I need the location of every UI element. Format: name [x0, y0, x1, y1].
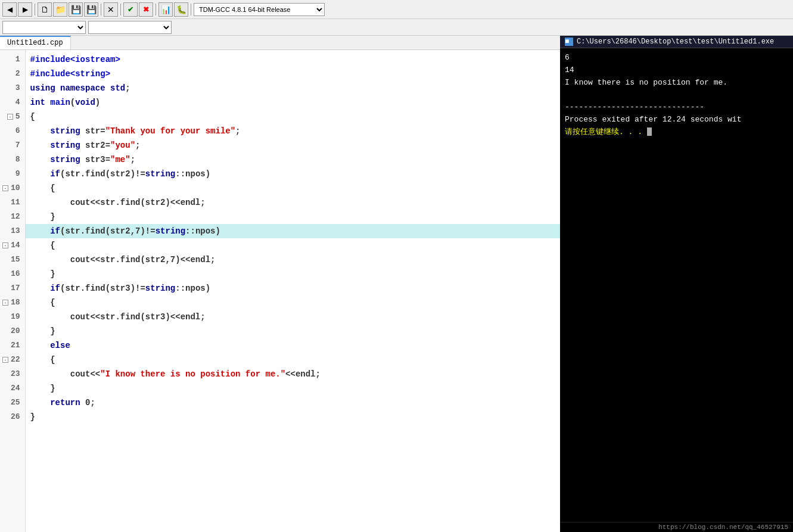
fold-btn-10[interactable]: -: [2, 185, 8, 191]
code-line-3: using namespace std;: [26, 81, 560, 95]
code-line-17: if(str.find(str3)!=string::npos): [26, 281, 560, 295]
fold-btn-18[interactable]: -: [2, 300, 8, 306]
terminal-cursor: [647, 127, 652, 136]
code-line-14: {: [26, 238, 560, 253]
run-chart-button[interactable]: 📊: [158, 2, 173, 17]
secondary-toolbar: [0, 19, 793, 36]
ln-16: 16: [2, 267, 20, 281]
terminal-icon: ■: [565, 38, 573, 46]
terminal-line-14: 14: [565, 64, 788, 77]
ln-23: 23: [2, 367, 20, 381]
ln-13: 13: [2, 224, 20, 238]
code-line-21: else: [26, 338, 560, 353]
code-line-7: string str2="you";: [26, 138, 560, 153]
code-area: 1 2 3 4 -5 6 7 8 9 -10 11 12 13 -14 15 1…: [0, 50, 560, 532]
terminal-panel: ■ C:\Users\26846\Desktop\test\test\Untit…: [560, 36, 793, 532]
code-line-25: return 0;: [26, 396, 560, 410]
nav-forward-button[interactable]: ▶: [18, 2, 32, 17]
ln-19: 19: [2, 310, 20, 324]
code-line-18: {: [26, 295, 560, 310]
open-file-button[interactable]: 📁: [53, 2, 67, 17]
terminal-content[interactable]: 6 14 I know there is no position for me.…: [560, 48, 793, 522]
code-line-11: cout<<str.find(str2)<<endl;: [26, 195, 560, 210]
code-line-22: {: [26, 353, 560, 367]
ln-12: 12: [2, 210, 20, 224]
ln-21: 21: [2, 338, 20, 353]
code-line-15: cout<<str.find(str2,7)<<endl;: [26, 253, 560, 267]
ln-7: 7: [2, 138, 20, 153]
debug-button[interactable]: 🐛: [174, 2, 188, 17]
terminal-title-bar: ■ C:\Users\26846\Desktop\test\test\Untit…: [560, 36, 793, 48]
separator-2: [101, 4, 101, 15]
ln-17: 17: [2, 281, 20, 295]
ln-26: 26: [2, 410, 20, 424]
terminal-line-process: Process exited after 12.24 seconds wit: [565, 114, 788, 126]
function-dropdown[interactable]: [88, 21, 172, 34]
code-line-2: #include<string>: [26, 67, 560, 81]
save-button[interactable]: 💾: [69, 2, 83, 17]
terminal-line-6: 6: [565, 52, 788, 64]
terminal-line-msg: I know there is no position for me.: [565, 77, 788, 89]
code-line-20: }: [26, 324, 560, 338]
code-line-16: }: [26, 267, 560, 281]
code-line-5: {: [26, 110, 560, 124]
fold-btn-5[interactable]: -: [7, 114, 13, 120]
code-line-23: cout<<"I know there is no position for m…: [26, 367, 560, 381]
code-line-10: {: [26, 181, 560, 195]
terminal-line-divider: ------------------------------: [565, 101, 788, 114]
separator-1: [35, 4, 35, 15]
ln-4: 4: [2, 95, 20, 110]
compile-check-button[interactable]: ✔: [123, 2, 138, 17]
terminal-footer: https://blog.csdn.net/qq_46527915: [560, 522, 793, 532]
separator-5: [191, 4, 191, 15]
code-line-9: if(str.find(str2)!=string::npos): [26, 167, 560, 181]
ln-22: -22: [2, 353, 20, 367]
ln-14: -14: [2, 238, 20, 253]
fold-btn-22[interactable]: -: [2, 357, 8, 363]
line-numbers: 1 2 3 4 -5 6 7 8 9 -10 11 12 13 -14 15 1…: [0, 50, 26, 532]
ln-20: 20: [2, 324, 20, 338]
scope-dropdown[interactable]: [2, 21, 86, 34]
ln-3: 3: [2, 81, 20, 95]
code-line-19: cout<<str.find(str3)<<endl;: [26, 310, 560, 324]
main-content: Untitled1.cpp 1 2 3 4 -5 6 7 8 9 -10 11 …: [0, 36, 793, 532]
ln-24: 24: [2, 381, 20, 396]
code-line-8: string str3="me";: [26, 153, 560, 167]
code-line-26: }: [26, 410, 560, 424]
terminal-title: C:\Users\26846\Desktop\test\test\Untitle…: [577, 38, 774, 46]
close-button[interactable]: ✕: [104, 2, 118, 17]
code-line-4: int main(void): [26, 95, 560, 110]
main-toolbar: ◀ ▶ 🗋 📁 💾 💾 ✕ ✔ ✖ 📊 🐛 TDM-GCC 4.8.1 64-b…: [0, 0, 793, 19]
code-line-1: #include<iostream>: [26, 52, 560, 67]
ln-5: -5: [2, 110, 20, 124]
terminal-line-empty: [565, 89, 788, 101]
ln-10: -10: [2, 181, 20, 195]
ln-8: 8: [2, 153, 20, 167]
separator-4: [156, 4, 156, 15]
editor-panel: Untitled1.cpp 1 2 3 4 -5 6 7 8 9 -10 11 …: [0, 36, 560, 532]
code-line-24: }: [26, 381, 560, 396]
ln-18: -18: [2, 295, 20, 310]
ln-15: 15: [2, 253, 20, 267]
terminal-footer-link: https://blog.csdn.net/qq_46527915: [658, 524, 788, 531]
save-all-button[interactable]: 💾: [84, 2, 98, 17]
terminal-line-continue: 请按任意键继续. . .: [565, 126, 788, 139]
ln-25: 25: [2, 396, 20, 410]
ln-11: 11: [2, 195, 20, 210]
code-line-13: if(str.find(str2,7)!=string::npos): [26, 224, 560, 238]
code-line-6: string str="Thank you for your smile";: [26, 124, 560, 138]
separator-3: [120, 4, 121, 15]
code-line-12: }: [26, 210, 560, 224]
ln-1: 1: [2, 52, 20, 67]
compile-error-button[interactable]: ✖: [139, 2, 153, 17]
tab-bar: Untitled1.cpp: [0, 36, 560, 50]
fold-btn-14[interactable]: -: [2, 242, 8, 248]
code-content[interactable]: #include<iostream> #include<string> usin…: [26, 50, 560, 532]
ln-2: 2: [2, 67, 20, 81]
compiler-dropdown[interactable]: TDM-GCC 4.8.1 64-bit Release: [194, 3, 325, 16]
ln-6: 6: [2, 124, 20, 138]
file-tab[interactable]: Untitled1.cpp: [0, 36, 71, 49]
ln-9: 9: [2, 167, 20, 181]
nav-back-button[interactable]: ◀: [2, 2, 17, 17]
new-file-button[interactable]: 🗋: [38, 2, 52, 17]
